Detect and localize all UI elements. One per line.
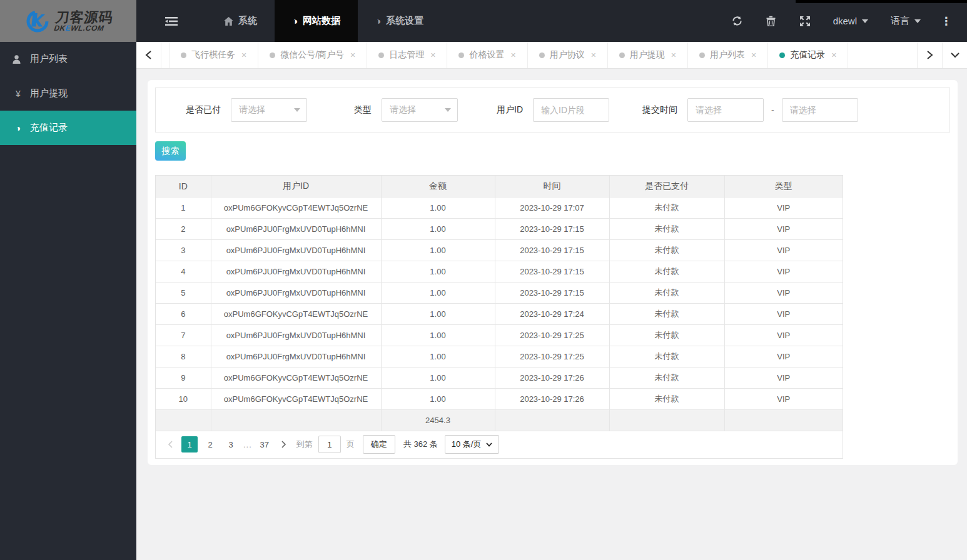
logo-icon — [24, 8, 51, 35]
type-select[interactable]: 请选择 — [382, 98, 458, 122]
tab-dot — [699, 52, 705, 58]
table-cell: 1.00 — [381, 261, 495, 282]
user-icon — [13, 55, 24, 64]
tab-recharge-records[interactable]: 充值记录× — [768, 42, 848, 68]
filter-submit-time: 提交时间 - — [642, 98, 858, 122]
table-header-row: ID 用户ID 金额 时间 是否已支付 类型 — [156, 176, 843, 197]
date-range-separator: - — [771, 105, 774, 115]
page-number[interactable]: 2 — [202, 436, 218, 452]
table-cell: 4 — [156, 261, 211, 282]
close-icon[interactable]: × — [671, 50, 676, 60]
nav-item-system[interactable]: 系统 — [206, 0, 275, 42]
fullscreen-icon[interactable] — [791, 0, 819, 42]
tabs-scroll-right-icon[interactable] — [917, 42, 942, 68]
tabs-dropdown-icon[interactable] — [942, 42, 967, 68]
table-cell: 3 — [156, 239, 211, 261]
sidebar-toggle-icon[interactable] — [136, 0, 206, 42]
user-id-input[interactable] — [533, 98, 609, 122]
more-menu-icon[interactable]: ⋮ — [934, 14, 958, 28]
column-header-amount: 金额 — [381, 176, 495, 197]
table-cell: 2 — [156, 218, 211, 239]
tab-wechat-account[interactable]: 微信公号/商户号× — [258, 42, 367, 68]
content-area: 是否已付 请选择 类型 请选择 用户ID 提交时间 — [136, 69, 967, 560]
logo-subtitle: DKEWL.COM — [54, 24, 113, 32]
filter-paid: 是否已付 请选择 — [186, 98, 307, 122]
close-icon[interactable]: × — [350, 50, 355, 60]
close-icon[interactable]: × — [591, 50, 596, 60]
tabs-scroll-left-icon[interactable] — [136, 42, 161, 68]
table-row: 9oxPUm6GFOKyvCGpT4EWTJq5OzrNE1.002023-10… — [156, 367, 843, 388]
table-cell: 1.00 — [381, 388, 495, 409]
paid-select[interactable]: 请选择 — [231, 98, 307, 122]
language-menu[interactable]: 语言 — [882, 0, 929, 42]
table-cell: oxPUm6GFOKyvCGpT4EWTJq5OzrNE — [211, 367, 381, 388]
logo-title: 刀客源码 — [54, 11, 114, 24]
tab-feixingqi-task[interactable]: 飞行棋任务× — [169, 42, 258, 68]
table-cell: VIP — [724, 388, 843, 409]
submit-time-start-input[interactable] — [687, 98, 764, 122]
column-header-paid: 是否已支付 — [609, 176, 724, 197]
table-cell: 1.00 — [381, 239, 495, 261]
table-row: 7oxPUm6PJU0FrgMxUVD0TupH6hMNI1.002023-10… — [156, 324, 843, 346]
close-icon[interactable]: × — [751, 50, 756, 60]
table-row: 6oxPUm6GFOKyvCGpT4EWTJq5OzrNE1.002023-10… — [156, 303, 843, 324]
tab-user-list[interactable]: 用户列表× — [688, 42, 768, 68]
table-cell: VIP — [724, 282, 843, 303]
tab-dot — [619, 52, 625, 58]
table-cell: 10 — [156, 388, 211, 409]
chevron-down-icon — [862, 19, 868, 23]
topbar: 刀客源码 DKEWL.COM 系统 ◑ 网站数据 ◑ 系统设置 — [0, 0, 967, 42]
user-menu[interactable]: dkewl — [824, 0, 877, 42]
table-cell: oxPUm6GFOKyvCGpT4EWTJq5OzrNE — [211, 388, 381, 409]
refresh-icon[interactable] — [723, 0, 752, 42]
nav-item-system-settings[interactable]: ◑ 系统设置 — [358, 0, 441, 42]
sidebar-item-user-withdraw[interactable]: ¥ 用户提现 — [0, 76, 136, 111]
table-cell: VIP — [724, 261, 843, 282]
tab-user-withdraw[interactable]: 用户提现× — [608, 42, 688, 68]
table-cell: oxPUm6GFOKyvCGpT4EWTJq5OzrNE — [211, 197, 381, 218]
close-icon[interactable]: × — [510, 50, 515, 60]
sidebar-item-user-list[interactable]: 用户列表 — [0, 42, 136, 76]
search-button[interactable]: 搜索 — [155, 141, 186, 161]
tab-price-settings[interactable]: 价格设置× — [447, 42, 527, 68]
page-number[interactable]: 37 — [256, 436, 273, 452]
submit-time-end-input[interactable] — [782, 98, 858, 122]
table-cell: 2023-10-29 17:15 — [495, 261, 609, 282]
close-icon[interactable]: × — [241, 50, 246, 60]
table-cell: VIP — [724, 197, 843, 218]
chevron-down-icon — [486, 442, 492, 447]
table-cell: oxPUm6PJU0FrgMxUVD0TupH6hMNI — [211, 261, 381, 282]
next-page-icon[interactable] — [277, 436, 291, 452]
table-cell: 未付款 — [609, 324, 724, 346]
prev-page-icon[interactable] — [163, 436, 177, 452]
goto-page-input[interactable] — [318, 436, 341, 453]
table-cell: 未付款 — [609, 346, 724, 367]
topbar-actions: dkewl 语言 ⋮ — [723, 0, 967, 42]
close-icon[interactable]: × — [831, 50, 836, 60]
table-cell: 5 — [156, 282, 211, 303]
table-cell: 1.00 — [381, 346, 495, 367]
tab-log-management[interactable]: 日志管理× — [367, 42, 447, 68]
page-ellipsis: ... — [243, 440, 252, 449]
page-size-select[interactable]: 10 条/页 — [445, 435, 500, 454]
table-row: 2oxPUm6PJU0FrgMxUVD0TupH6hMNI1.002023-10… — [156, 218, 843, 239]
nav-item-site-data[interactable]: ◑ 网站数据 — [275, 0, 358, 42]
table-cell: 1.00 — [381, 218, 495, 239]
pagination: 1 2 3 ... 37 到第 页 确定 共 362 条 10 条/页 — [156, 431, 843, 458]
table-cell: VIP — [724, 239, 843, 261]
sidebar-item-recharge-records[interactable]: ◑ 充值记录 — [0, 111, 136, 145]
filter-user-id-label: 用户ID — [497, 104, 523, 116]
page-number[interactable]: 1 — [181, 436, 198, 452]
page-number[interactable]: 3 — [223, 436, 239, 452]
top-black-strip — [796, 0, 967, 3]
records-table: ID 用户ID 金额 时间 是否已支付 类型 1oxPUm6GFOKyvCGpT… — [156, 176, 843, 431]
close-icon[interactable]: × — [430, 50, 435, 60]
tab-dot — [270, 52, 275, 58]
column-header-id: ID — [156, 176, 211, 197]
tab-user-agreement[interactable]: 用户协议× — [528, 42, 608, 68]
table-cell: 1.00 — [381, 303, 495, 324]
table-cell: 1.00 — [381, 282, 495, 303]
confirm-button[interactable]: 确定 — [363, 435, 395, 454]
records-table-container: ID 用户ID 金额 时间 是否已支付 类型 1oxPUm6GFOKyvCGpT… — [155, 175, 843, 459]
trash-icon[interactable] — [757, 0, 786, 42]
